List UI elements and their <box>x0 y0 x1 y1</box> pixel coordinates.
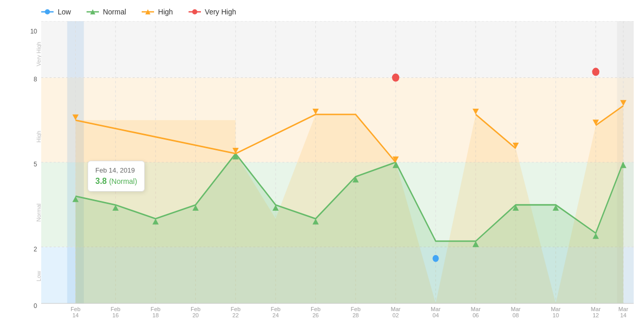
legend-label-high: High <box>158 8 173 16</box>
x-label-feb18: Feb <box>150 306 160 312</box>
x-label-feb22-2: 22 <box>232 312 239 318</box>
chart-legend: Low Normal High Very High <box>10 8 634 16</box>
x-label-feb14-2: 14 <box>72 312 78 318</box>
x-label-feb16: Feb <box>111 306 121 312</box>
x-label-feb26-2: 26 <box>312 312 318 318</box>
legend-label-very-high: Very High <box>205 8 236 16</box>
x-label-mar08-2: 08 <box>513 312 519 318</box>
chart-svg <box>41 21 634 303</box>
x-label-feb18-2: 18 <box>152 312 159 318</box>
x-label-feb16-2: 16 <box>112 312 118 318</box>
x-label-mar06: Mar <box>471 306 481 312</box>
y-label-5: 5 <box>33 161 37 168</box>
x-label-mar10: Mar <box>551 306 561 312</box>
x-label-mar12-2: 12 <box>592 312 599 318</box>
x-label-mar06-2: 06 <box>472 312 479 318</box>
chart-container: Low Normal High Very High 10 8 5 2 0 Ver… <box>0 0 644 324</box>
svg-point-7 <box>192 9 197 14</box>
y-label-8: 8 <box>33 76 37 83</box>
x-label-mar02-2: 02 <box>393 312 399 318</box>
dot-very-high-mar02 <box>392 74 399 82</box>
legend-label-normal: Normal <box>103 8 126 16</box>
x-label-mar04-2: 04 <box>432 312 438 318</box>
y-axis: 10 8 5 2 0 Very High High Normal Low <box>10 21 41 304</box>
legend-item-very-high: Very High <box>189 8 236 16</box>
x-labels-svg: Feb 14 Feb 16 Feb 18 Feb 20 Feb 22 Feb 2… <box>41 304 634 324</box>
band-very-high-bg <box>41 21 634 78</box>
legend-label-low: Low <box>58 8 71 16</box>
x-label-feb20: Feb <box>191 306 200 312</box>
dot-very-high-mar12 <box>592 68 599 76</box>
y-label-0: 0 <box>33 302 37 310</box>
legend-item-low: Low <box>41 8 71 16</box>
x-label-feb28: Feb <box>351 306 361 312</box>
legend-item-normal: Normal <box>87 8 126 16</box>
x-axis-labels: Feb 14 Feb 16 Feb 18 Feb 20 Feb 22 Feb 2… <box>41 304 634 324</box>
x-label-feb24-2: 24 <box>273 312 279 318</box>
chart-area: 10 8 5 2 0 Very High High Normal Low <box>10 21 634 304</box>
x-label-mar02: Mar <box>391 306 400 312</box>
x-label-feb14: Feb <box>71 306 80 312</box>
legend-item-high: High <box>142 8 173 16</box>
dot-low-mar04 <box>433 255 439 262</box>
x-label-mar04: Mar <box>431 306 440 312</box>
chart-inner: Feb 14, 2019 3.8 (Normal) Feb 14 Feb 16 … <box>41 21 634 304</box>
x-label-feb26: Feb <box>311 306 320 312</box>
x-label-feb20-2: 20 <box>192 312 198 318</box>
y-label-2: 2 <box>33 246 37 253</box>
x-label-mar12: Mar <box>591 306 601 312</box>
x-label-feb24: Feb <box>270 306 280 312</box>
y-label-10: 10 <box>30 28 37 35</box>
x-label-feb22: Feb <box>231 306 241 312</box>
x-label-mar14: Mar <box>618 306 628 312</box>
x-label-mar10-2: 10 <box>553 312 559 318</box>
x-label-feb28-2: 28 <box>352 312 359 318</box>
svg-point-1 <box>45 9 50 14</box>
x-label-mar08: Mar <box>511 306 520 312</box>
x-label-mar14-2: 14 <box>620 312 626 318</box>
